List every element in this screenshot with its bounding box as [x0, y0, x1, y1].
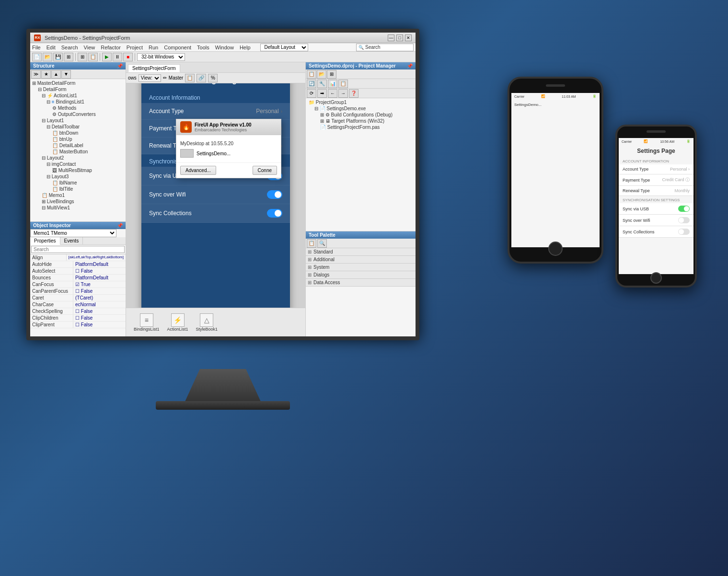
oi-row-autohide[interactable]: AutoHide PlatformDefault — [30, 261, 126, 268]
tree-item-imgcontact[interactable]: ⊟ imgContact — [46, 161, 125, 167]
tp-section-standard[interactable]: ⊞ Standard — [306, 248, 416, 256]
struct-tb4[interactable]: ▼ — [61, 70, 71, 79]
phone-small-row-sync-usb[interactable]: Sync via USB — [619, 203, 693, 215]
menu-tools[interactable]: Tools — [197, 45, 209, 50]
pm-tb2[interactable]: 📂 — [317, 70, 326, 79]
tree-item-layout2[interactable]: ⊟ Layout2 — [41, 155, 125, 161]
tree-item-detaillabel[interactable]: 📋 DetailLabel — [51, 142, 125, 149]
oi-row-checkspelling[interactable]: CheckSpelling ☐ False — [30, 308, 126, 315]
tree-item-layout3[interactable]: ⊟ Layout3 — [46, 173, 125, 180]
mobile-sync-collections-toggle[interactable] — [267, 209, 282, 218]
run-button[interactable]: ▶ — [102, 53, 112, 61]
pm-item-target-platforms[interactable]: ⊞ 🖥 Target Platforms (Win32) — [318, 118, 415, 124]
menu-window[interactable]: Window — [215, 45, 234, 50]
struct-tb1[interactable]: ≫ — [31, 70, 41, 79]
save-all-button[interactable]: ⊞ — [64, 53, 73, 61]
structure-pin-icon[interactable]: 📌 — [117, 63, 123, 69]
open-button[interactable]: 📂 — [43, 53, 52, 61]
comp-stylebook[interactable]: △ StyleBook1 — [196, 313, 218, 332]
platform-combo[interactable]: 32-bit Windows — [137, 53, 185, 61]
tree-item-memo1[interactable]: 📋 Memo1 — [41, 192, 125, 198]
oi-tab-properties[interactable]: Properties — [30, 237, 60, 245]
pm-item-projectgroup[interactable]: 📁 ProjectGroup1 — [307, 99, 415, 105]
oi-row-clipparent[interactable]: ClipParent ☐ False — [30, 322, 126, 328]
pm-tb3[interactable]: ⊞ — [327, 70, 336, 79]
menu-run[interactable]: Run — [149, 45, 158, 50]
oi-pin-icon[interactable]: 📌 — [117, 223, 123, 228]
tp-tb2[interactable]: 🔍 — [317, 239, 327, 248]
menu-help[interactable]: Help — [240, 45, 251, 50]
save-button[interactable]: 💾 — [53, 53, 63, 61]
menu-edit[interactable]: Edit — [46, 45, 56, 50]
phone-small-row-sync-collections[interactable]: Sync Collections — [619, 226, 693, 238]
menu-component[interactable]: Component — [164, 45, 191, 50]
tree-item-outputconverters[interactable]: ⚙ OutputConverters — [51, 111, 125, 117]
oi-row-bounces[interactable]: Bounces PlatformDefault — [30, 275, 126, 281]
layout-combo[interactable]: Default Layout — [260, 44, 308, 51]
mobile-row-sync-wifi[interactable]: Sync over Wifi — [141, 185, 290, 204]
menu-view[interactable]: View — [84, 45, 95, 50]
menu-project[interactable]: Project — [127, 45, 143, 50]
mobile-sync-wifi-toggle[interactable] — [267, 190, 282, 199]
oi-component-combo[interactable]: Memo1 TMemo — [30, 229, 116, 237]
mobile-row-account-type[interactable]: Account Type Personal › — [141, 103, 290, 120]
new-file-button[interactable]: 📄 — [32, 53, 42, 61]
menu-refactor[interactable]: Refactor — [101, 45, 121, 50]
phone-small-home-button[interactable] — [650, 272, 662, 284]
tp-section-additional[interactable]: ⊞ Additional — [306, 256, 416, 264]
tree-item-multiresbmp[interactable]: 🖼 MultiResBitmap — [51, 167, 125, 173]
close-button[interactable]: ✕ — [405, 35, 412, 41]
phone-large-home-button[interactable] — [548, 242, 563, 256]
tree-item-layout1[interactable]: ⊟ Layout1 — [41, 117, 125, 124]
oi-row-canparent[interactable]: CanParentFocus ☐ False — [30, 288, 126, 295]
designer-view-combo[interactable]: View: — [139, 74, 161, 82]
oi-tab-events[interactable]: Events — [60, 237, 83, 244]
oi-row-autoselect[interactable]: AutoSelect ☐ False — [30, 268, 126, 275]
fireui-advanced-button[interactable]: Advanced... — [180, 166, 216, 175]
tree-item-detailform[interactable]: ⊟ DetailForm — [37, 86, 125, 92]
phone-small-sync-wifi-toggle[interactable] — [678, 217, 690, 223]
pause-button[interactable]: ⏸ — [113, 53, 122, 61]
oi-row-canfocus[interactable]: CanFocus ☑ True — [30, 281, 126, 288]
tree-item-detailtoolbar[interactable]: ⊟ DetailToolbar — [46, 124, 125, 130]
maximize-button[interactable]: □ — [396, 35, 403, 41]
pm-tb10[interactable]: ← — [328, 89, 337, 98]
pm-tb5[interactable]: 🔧 — [317, 80, 327, 88]
pm-item-settings-exe[interactable]: ⊟ 📄 SettingsDemo.exe — [312, 105, 415, 112]
tree-item-masterbutton[interactable]: 📋 MasterButton — [51, 149, 125, 155]
tree-item-btndown[interactable]: 📋 btnDown — [51, 130, 125, 136]
tree-item-actionlist[interactable]: ⊟ ⚡ ActionList1 — [41, 92, 125, 99]
menu-search[interactable]: Search — [61, 45, 78, 50]
pm-tb8[interactable]: ⟳ — [307, 89, 316, 98]
tp-tb1[interactable]: 📋 — [307, 239, 316, 248]
designer-tb3[interactable]: % — [208, 74, 218, 82]
tree-item-lblname[interactable]: 📋 lblName — [51, 180, 125, 186]
designer-tb2[interactable]: 🔗 — [196, 74, 206, 82]
fireui-connect-button[interactable]: Conne — [253, 166, 277, 175]
tp-section-dialogs[interactable]: ⊞ Dialogs — [306, 271, 416, 279]
tree-item-methods[interactable]: ⚙ Methods — [51, 105, 125, 111]
tp-section-dataaccess[interactable]: ⊞ Data Access — [306, 279, 416, 287]
phone-small-row-renewal-type[interactable]: Renewal Type Monthly — [619, 186, 693, 196]
tree-item-masterdetail[interactable]: ⊞ MasterDetailForm — [31, 80, 125, 86]
phone-small-row-account-type[interactable]: Account Type Personal › — [619, 164, 693, 174]
phone-small-sync-collections-toggle[interactable] — [678, 229, 690, 235]
tp-section-system[interactable]: ⊞ System — [306, 264, 416, 271]
stop-button[interactable]: ■ — [123, 53, 133, 61]
global-search-box[interactable]: 🔍 Search — [356, 44, 414, 51]
mobile-row-sync-collections[interactable]: Sync Collections — [141, 204, 290, 223]
tree-item-btnup[interactable]: 📋 btnUp — [51, 136, 125, 142]
pm-item-settings-form[interactable]: 📄 SettingsProjectForm.pas — [318, 124, 415, 130]
tree-item-bindingslist[interactable]: ⊟ ≡ BindingsList1 — [46, 99, 125, 105]
oi-row-align[interactable]: Align [akLeft,akTop,akRight,akBottom] — [30, 254, 126, 261]
pm-tb9[interactable]: ➡ — [317, 89, 327, 98]
minimize-button[interactable]: — — [388, 35, 394, 41]
tree-item-lbltitle[interactable]: 📋 lblTitle — [51, 186, 125, 192]
pm-item-build-config[interactable]: ⊞ ⚙ Build Configurations (Debug) — [318, 112, 415, 118]
menu-file[interactable]: File — [32, 45, 41, 50]
pm-tb7[interactable]: 📋 — [338, 80, 348, 88]
designer-tb1[interactable]: 📋 — [185, 74, 195, 82]
pm-tb1[interactable]: 📋 — [307, 70, 316, 79]
comp-bindingslist[interactable]: ≡ BindingsList1 — [134, 313, 160, 332]
pm-tb6[interactable]: 📊 — [328, 80, 337, 88]
